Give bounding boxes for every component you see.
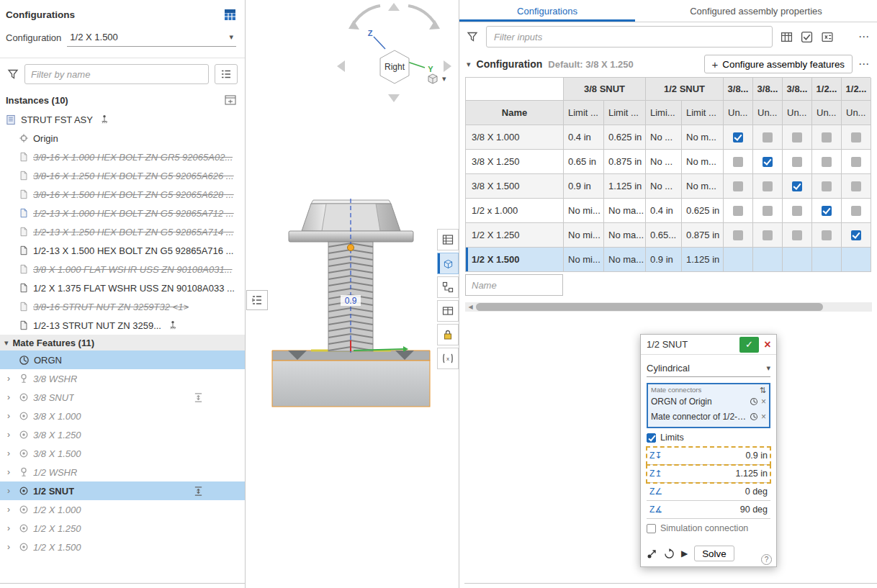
mate-item[interactable]: ›1/2 X 1.000 xyxy=(0,500,245,519)
config-checkbox[interactable] xyxy=(851,181,861,191)
cancel-button[interactable]: × xyxy=(759,337,776,353)
scroll-left-icon[interactable]: ◀ xyxy=(466,302,475,312)
view-cube-label[interactable]: Right xyxy=(384,62,405,72)
chevron-right-icon[interactable]: › xyxy=(7,542,14,552)
mate-connector-item[interactable]: ORGN of Origin × xyxy=(651,394,766,409)
3d-viewport[interactable]: Right Z Y ▾ xyxy=(246,0,459,588)
config-checkbox[interactable] xyxy=(763,230,773,240)
mate-item-half-snut[interactable]: ›1/2 SNUT xyxy=(0,481,245,500)
tree-item-instance[interactable]: 1/2 X 1.375 FLAT WSHR USS ZN 90108A033 .… xyxy=(0,279,245,297)
tree-item-instance[interactable]: 1/2-13 X 1.000 HEX BOLT ZN G5 92865A712 … xyxy=(0,204,245,222)
tree-item-instance[interactable]: 1/2-13 X 1.500 HEX BOLT ZN G5 92865A716 … xyxy=(0,241,245,260)
configurations-panel-button[interactable] xyxy=(437,253,459,274)
tree-item-instance[interactable]: 3/8-16 X 1.000 HEX BOLT ZN GR5 92065A02.… xyxy=(0,148,245,166)
mate-item[interactable]: ›3/8 X 1.500 xyxy=(0,444,245,463)
hierarchy-button[interactable] xyxy=(437,276,459,298)
config-checkbox[interactable] xyxy=(733,181,743,191)
tree-item-instance[interactable]: 3/8-16 X 1.250 HEX BOLT ZN G5 92065A626 … xyxy=(0,166,245,185)
config-checkbox[interactable] xyxy=(822,132,832,143)
config-checkbox[interactable] xyxy=(851,230,861,240)
mate-item-orgn[interactable]: ORGN xyxy=(0,350,245,369)
config-checkbox[interactable] xyxy=(792,132,802,143)
play-icon[interactable]: ▶ xyxy=(681,548,688,558)
config-checkbox[interactable] xyxy=(792,157,802,167)
mate-features-section-header[interactable]: ▾ Mate Features (11) xyxy=(0,335,245,350)
reorder-connectors-icon[interactable]: ⇅ xyxy=(760,386,766,395)
insert-instance-icon[interactable] xyxy=(225,95,236,105)
mate-item[interactable]: ›1/2 X 1.500 xyxy=(0,538,245,556)
z-max-limit-field[interactable]: Z↥ 1.125 in xyxy=(647,465,770,483)
config-checkbox[interactable] xyxy=(822,181,832,191)
z-min-limit-field[interactable]: Z↧ 0.9 in xyxy=(647,447,770,465)
overflow-menu-icon[interactable]: ⋯ xyxy=(858,30,870,43)
show-mate-connectors-icon[interactable] xyxy=(647,548,657,559)
chevron-right-icon[interactable]: › xyxy=(7,448,14,458)
config-row-selected[interactable]: 1/2 X 1.500 No mi... No ma... 0.9 in 1.1… xyxy=(466,248,871,272)
accept-button[interactable]: ✓ xyxy=(739,337,759,353)
chevron-right-icon[interactable]: › xyxy=(7,523,14,533)
mate-item[interactable]: ›3/8 X 1.250 xyxy=(0,425,245,444)
chevron-right-icon[interactable]: › xyxy=(7,505,14,515)
tab-configurations[interactable]: Configurations xyxy=(459,0,635,22)
config-checkbox[interactable] xyxy=(733,230,743,240)
config-row[interactable]: 3/8 X 1.250 0.65 in 0.875 in No ... No m… xyxy=(466,150,871,174)
config-row[interactable]: 1/2 X 1.250 No mi... No ma... 0.65... 0.… xyxy=(466,223,871,248)
config-checkbox[interactable] xyxy=(763,206,773,216)
new-config-name-input[interactable] xyxy=(465,274,563,296)
chevron-right-icon[interactable]: › xyxy=(7,467,14,477)
table-view-icon[interactable] xyxy=(781,31,793,43)
config-checkbox[interactable] xyxy=(851,132,861,143)
tree-item-origin[interactable]: Origin xyxy=(0,129,245,148)
mate-item[interactable]: ›3/8 SNUT xyxy=(0,388,245,407)
config-checkbox[interactable] xyxy=(763,157,773,167)
named-positions-button[interactable]: x xyxy=(437,348,459,369)
config-checkbox[interactable] xyxy=(792,206,802,216)
mate-item[interactable]: ›1/2 WSHR xyxy=(0,463,245,481)
limits-checkbox-row[interactable]: Limits xyxy=(647,428,770,447)
config-checkbox[interactable] xyxy=(792,181,802,191)
section-chevron-icon[interactable]: ▾ xyxy=(467,60,471,69)
solve-button[interactable]: Solve xyxy=(694,546,734,561)
export-spreadsheet-icon[interactable] xyxy=(821,31,834,43)
list-options-button[interactable] xyxy=(215,64,238,84)
chevron-right-icon[interactable]: › xyxy=(7,411,14,421)
chevron-right-icon[interactable]: › xyxy=(7,486,14,496)
remove-connector-icon[interactable]: × xyxy=(761,397,766,407)
mate-connector-icon[interactable] xyxy=(750,397,758,406)
simulation-connection-row[interactable]: Simulation connection xyxy=(647,519,770,538)
mate-type-select[interactable]: Cylindrical ▾ xyxy=(647,359,770,377)
filter-by-name-input[interactable] xyxy=(24,64,209,84)
config-checkbox[interactable] xyxy=(822,157,832,167)
chevron-right-icon[interactable]: › xyxy=(7,392,14,402)
remove-connector-icon[interactable]: × xyxy=(761,412,766,422)
rotation-max-field[interactable]: Z∡ 90 deg xyxy=(647,501,770,519)
bom-table-button[interactable] xyxy=(437,229,459,250)
config-checkbox[interactable] xyxy=(851,206,861,216)
limits-checkbox[interactable] xyxy=(647,433,656,443)
configure-assembly-features-button[interactable]: + Configure assembly features xyxy=(704,55,853,73)
mate-connector-item[interactable]: Mate connector of 1/2-13 STRUT NUT ZN 32… xyxy=(651,409,766,424)
section-view-button[interactable] xyxy=(437,300,459,322)
checkbox-columns-icon[interactable] xyxy=(801,31,813,43)
configuration-select[interactable]: 1/2 X 1.500 ▾ xyxy=(67,28,236,47)
scrollbar-thumb[interactable] xyxy=(476,303,823,311)
config-checkbox[interactable] xyxy=(733,132,743,143)
tree-item-instance[interactable]: 3/8 X 1.000 FLAT WSHR USS ZN 90108A031..… xyxy=(0,260,245,279)
chevron-right-icon[interactable]: › xyxy=(7,374,14,384)
tree-item-instance[interactable]: 3/8-16 X 1.500 HEX BOLT ZN G5 92065A628 … xyxy=(0,185,245,204)
config-checkbox[interactable] xyxy=(733,157,743,167)
config-row[interactable]: 1/2 x 1.000 No mi... No ma... 0.4 in 0.6… xyxy=(466,199,871,223)
chevron-right-icon[interactable]: › xyxy=(7,430,14,440)
mate-connector-icon[interactable] xyxy=(750,412,758,421)
config-checkbox[interactable] xyxy=(851,157,861,167)
lock-view-button[interactable] xyxy=(437,324,459,345)
animate-mate-icon[interactable] xyxy=(664,548,675,559)
config-checkbox[interactable] xyxy=(822,206,832,216)
config-checkbox[interactable] xyxy=(763,132,773,143)
config-checkbox[interactable] xyxy=(733,206,743,216)
view-cube-menu[interactable]: ▾ xyxy=(426,71,446,86)
mate-item[interactable]: ›3/8 WSHR xyxy=(0,369,245,388)
config-checkbox[interactable] xyxy=(763,181,773,191)
tree-item-root-assembly[interactable]: STRUT FST ASY xyxy=(0,110,245,129)
assembly-3d-model[interactable]: 0.9 xyxy=(266,194,436,417)
